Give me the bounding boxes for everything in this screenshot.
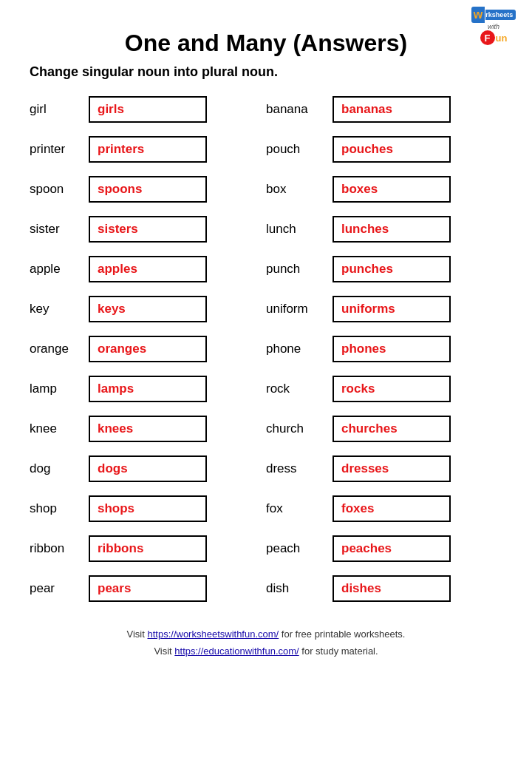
answer-box: knees	[89, 416, 207, 442]
plural-answer: lunches	[341, 222, 389, 237]
singular-word: spoon	[30, 182, 89, 197]
answer-box: uniforms	[332, 296, 451, 322]
plural-answer: bananas	[341, 102, 392, 117]
list-item: pouchpouches	[266, 133, 502, 166]
footer: Visit https://worksheetswithfun.com/ for…	[30, 626, 502, 660]
list-item: ribbonribbons	[30, 532, 266, 565]
plural-answer: foxes	[341, 501, 374, 516]
answer-box: lunches	[332, 216, 451, 243]
list-item: boxboxes	[266, 173, 502, 206]
answer-box: girls	[89, 96, 207, 123]
singular-word: girl	[30, 102, 89, 117]
plural-answer: girls	[98, 102, 124, 117]
singular-word: printer	[30, 142, 89, 157]
list-item: phonephones	[266, 333, 502, 365]
singular-word: fox	[266, 501, 332, 516]
answer-box: rocks	[332, 376, 451, 402]
list-item: dishdishes	[266, 572, 502, 605]
plural-answer: lamps	[98, 382, 134, 396]
plural-answer: pears	[98, 581, 131, 596]
list-item: shopshops	[30, 492, 266, 525]
worksheets-link[interactable]: https://worksheetswithfun.com/	[147, 629, 279, 640]
answer-box: keys	[89, 296, 207, 322]
education-link[interactable]: https://educationwithfun.com/	[174, 646, 299, 657]
plural-answer: dresses	[341, 461, 389, 476]
singular-word: apple	[30, 262, 89, 277]
plural-answer: spoons	[98, 182, 142, 197]
plural-answer: knees	[98, 421, 133, 436]
answer-box: churches	[332, 416, 451, 442]
plural-answer: ribbons	[98, 541, 143, 556]
answer-box: shops	[89, 495, 207, 522]
list-item: lamplamps	[30, 373, 266, 405]
singular-word: knee	[30, 421, 89, 436]
plural-answer: printers	[98, 142, 144, 157]
list-item: foxfoxes	[266, 492, 502, 525]
plural-answer: sisters	[98, 222, 138, 237]
plural-answer: dishes	[341, 581, 381, 596]
singular-word: sister	[30, 222, 89, 237]
singular-word: banana	[266, 102, 332, 117]
list-item: printerprinters	[30, 133, 266, 166]
list-item: lunchlunches	[266, 213, 502, 245]
list-item: keykeys	[30, 293, 266, 325]
singular-word: pouch	[266, 142, 332, 157]
plural-answer: phones	[341, 342, 386, 356]
list-item: punchpunches	[266, 253, 502, 285]
answer-box: pouches	[332, 136, 451, 163]
list-item: rockrocks	[266, 373, 502, 405]
plural-answer: apples	[98, 262, 137, 277]
plural-answer: boxes	[341, 182, 378, 197]
singular-word: peach	[266, 541, 332, 556]
answer-box: printers	[89, 136, 207, 163]
page-title: One and Many (Answers)	[30, 30, 502, 57]
list-item: spoonspoons	[30, 173, 266, 206]
right-column: bananabananaspouchpouchesboxboxeslunchlu…	[266, 93, 502, 612]
plural-answer: uniforms	[341, 302, 395, 316]
singular-word: rock	[266, 382, 332, 396]
singular-word: orange	[30, 342, 89, 356]
answer-box: pears	[89, 575, 207, 602]
answer-box: dishes	[332, 575, 451, 602]
list-item: appleapples	[30, 253, 266, 285]
plural-answer: shops	[98, 501, 134, 516]
plural-answer: dogs	[98, 461, 128, 476]
answer-box: sisters	[89, 216, 207, 243]
singular-word: lunch	[266, 222, 332, 237]
singular-word: lamp	[30, 382, 89, 396]
answer-box: lamps	[89, 376, 207, 402]
plural-answer: churches	[341, 421, 398, 436]
singular-word: box	[266, 182, 332, 197]
singular-word: punch	[266, 262, 332, 277]
answer-box: oranges	[89, 336, 207, 362]
plural-answer: pouches	[341, 142, 393, 157]
singular-word: dish	[266, 581, 332, 596]
plural-answer: rocks	[341, 382, 375, 396]
singular-word: shop	[30, 501, 89, 516]
answer-box: apples	[89, 256, 207, 282]
left-column: girlgirlsprinterprintersspoonspoonssiste…	[30, 93, 266, 612]
answer-box: phones	[332, 336, 451, 362]
list-item: sistersisters	[30, 213, 266, 245]
answer-box: bananas	[332, 96, 451, 123]
list-item: peachpeaches	[266, 532, 502, 565]
singular-word: dress	[266, 461, 332, 476]
list-item: bananabananas	[266, 93, 502, 126]
list-item: dressdresses	[266, 453, 502, 485]
list-item: uniformuniforms	[266, 293, 502, 325]
singular-word: phone	[266, 342, 332, 356]
plural-answer: punches	[341, 262, 393, 277]
list-item: dogdogs	[30, 453, 266, 485]
singular-word: pear	[30, 581, 89, 596]
answer-box: foxes	[332, 495, 451, 522]
answer-box: peaches	[332, 535, 451, 562]
answer-box: ribbons	[89, 535, 207, 562]
singular-word: uniform	[266, 302, 332, 316]
list-item: churchchurches	[266, 413, 502, 445]
plural-answer: oranges	[98, 342, 146, 356]
list-item: pearpears	[30, 572, 266, 605]
singular-word: ribbon	[30, 541, 89, 556]
answer-box: punches	[332, 256, 451, 282]
singular-word: dog	[30, 461, 89, 476]
answer-box: boxes	[332, 176, 451, 203]
